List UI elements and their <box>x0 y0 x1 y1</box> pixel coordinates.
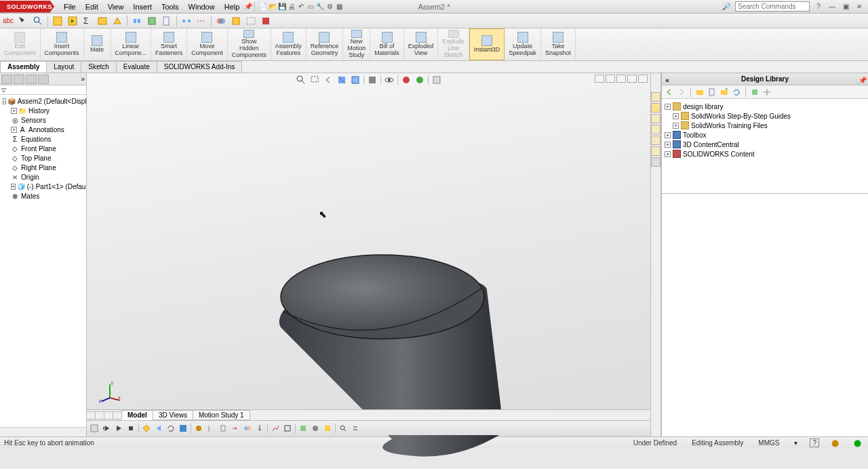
tab-nav-last-icon[interactable] <box>113 411 122 420</box>
screen-capture-icon[interactable]: ▦ <box>334 2 344 12</box>
status-units-arrow-icon[interactable]: ▾ <box>791 439 800 447</box>
hide-show-icon[interactable] <box>384 75 395 85</box>
dlib-search-icon[interactable] <box>762 87 772 97</box>
task-tab-appearances-icon[interactable] <box>651 136 660 145</box>
tab-addins[interactable]: SOLIDWORKS Add-Ins <box>157 61 242 73</box>
dlib-item-step-guides[interactable]: +SolidWorks Step-By-Step Guides <box>665 111 865 121</box>
tree-item-right-plane[interactable]: ◇Right Plane <box>0 163 86 172</box>
vp-link-icon[interactable] <box>606 75 615 83</box>
cmd-update-speedpak[interactable]: Update Speedpak <box>505 28 541 60</box>
envelope-icon[interactable] <box>245 16 256 26</box>
spellcheck-icon[interactable]: abc <box>3 16 14 26</box>
view-orientation-icon[interactable] <box>350 75 361 85</box>
feature-filter-bar[interactable]: ▽ <box>0 85 86 95</box>
menu-insert[interactable]: Insert <box>129 1 156 12</box>
motion-force-icon[interactable] <box>231 424 240 433</box>
scene-icon[interactable] <box>414 75 425 85</box>
expand-icon[interactable]: + <box>665 142 671 148</box>
tree-item-history[interactable]: +📁History <box>0 106 86 115</box>
status-rebuild-icon[interactable]: ⬤ <box>829 439 842 447</box>
cmd-edit-component[interactable]: Edit Component <box>0 28 41 60</box>
dlib-back-icon[interactable] <box>665 87 674 97</box>
view-tab-3dviews[interactable]: 3D Views <box>153 410 193 420</box>
view-settings-icon[interactable] <box>431 75 442 85</box>
pin-icon[interactable]: 📌 <box>243 2 253 12</box>
rebuild-icon[interactable]: 🔧 <box>315 2 325 12</box>
dlib-refresh-icon[interactable] <box>732 87 741 97</box>
motion-key-icon[interactable] <box>142 424 151 433</box>
design-library-tree[interactable]: +design library +SolidWorks Step-By-Step… <box>662 99 868 194</box>
cmd-move-component[interactable]: Move Component <box>187 28 228 60</box>
exploded-icon[interactable] <box>181 16 192 26</box>
cmd-explode-line-sketch[interactable]: Explode Line Sketch <box>438 28 469 60</box>
triangle-icon[interactable] <box>112 16 123 26</box>
tree-item-annotations[interactable]: +AAnnotations <box>0 125 86 134</box>
expand-icon[interactable]: + <box>665 132 671 138</box>
exploded-line-icon[interactable] <box>196 16 207 26</box>
tab-assembly[interactable]: Assembly <box>0 61 47 73</box>
cmd-linear-component[interactable]: Linear Compone... <box>111 28 152 60</box>
tree-item-top-plane[interactable]: ◇Top Plane <box>0 153 86 163</box>
print-icon[interactable]: 🖨 <box>287 2 296 12</box>
simulation-icon[interactable] <box>260 16 271 26</box>
tree-root-assembly[interactable]: - 📦 Assem2 (Default<Display State <box>0 96 86 106</box>
motion-calc-icon[interactable] <box>90 424 99 433</box>
fm-tab-config-icon[interactable] <box>26 75 37 84</box>
select-tool-icon[interactable] <box>18 16 28 26</box>
menu-edit[interactable]: Edit <box>81 1 102 12</box>
dlib-add-file-icon[interactable] <box>707 87 717 97</box>
cmd-smart-fasteners[interactable]: Smart Fasteners <box>151 28 187 60</box>
tab-layout[interactable]: Layout <box>46 61 81 73</box>
appearance-icon[interactable] <box>401 75 412 85</box>
feature-tree[interactable]: - 📦 Assem2 (Default<Display State +📁Hist… <box>0 95 86 427</box>
tree-item-front-plane[interactable]: ◇Front Plane <box>0 144 86 153</box>
task-tab-view-palette-icon[interactable] <box>651 125 660 134</box>
task-tab-design-library-icon[interactable] <box>651 103 660 113</box>
tree-item-equations[interactable]: ΣEquations <box>0 134 86 144</box>
fm-expand-icon[interactable]: » <box>81 75 85 83</box>
component-config-icon[interactable] <box>146 16 157 26</box>
tab-nav-first-icon[interactable] <box>86 411 96 420</box>
autohide-icon[interactable]: 📌 <box>859 75 867 87</box>
dlib-config-icon[interactable] <box>750 87 760 97</box>
cmd-exploded-view[interactable]: Exploded View <box>404 28 439 60</box>
motion-plot-icon[interactable] <box>283 424 292 433</box>
zoom-fit-icon[interactable] <box>33 16 43 26</box>
graphics-viewport[interactable]: y x z ⬉ Model 3D Views Motion Study 1 <box>87 73 650 436</box>
expand-icon[interactable]: + <box>673 113 679 119</box>
expand-icon[interactable]: + <box>665 104 671 110</box>
display-style-icon[interactable] <box>367 75 378 85</box>
cmd-mate[interactable]: Mate <box>84 28 111 60</box>
section-view-icon[interactable] <box>336 75 347 85</box>
equation-icon[interactable]: Σ <box>82 16 93 26</box>
cmd-new-motion-study[interactable]: New Motion Study <box>343 28 370 60</box>
view-tab-motion-study[interactable]: Motion Study 1 <box>193 410 250 420</box>
expand-icon[interactable]: + <box>11 127 17 133</box>
minimize-icon[interactable]: — <box>827 2 837 12</box>
close-icon[interactable]: ✕ <box>854 2 864 12</box>
motion-mass-icon[interactable] <box>311 424 320 433</box>
dlib-item-design-library[interactable]: +design library <box>665 102 865 111</box>
vp-minimize-icon[interactable] <box>616 75 626 83</box>
cmd-bom[interactable]: Bill of Materials <box>370 28 404 60</box>
fm-tab-property-icon[interactable] <box>14 75 24 84</box>
tab-sketch[interactable]: Sketch <box>81 61 117 73</box>
menu-tools[interactable]: Tools <box>157 1 183 12</box>
tab-evaluate[interactable]: Evaluate <box>116 61 157 73</box>
vp-close-icon[interactable] <box>638 75 648 83</box>
help-icon[interactable]: ? <box>814 2 823 12</box>
motion-damper-icon[interactable] <box>218 424 228 433</box>
expand-icon[interactable]: - <box>3 98 6 104</box>
fm-tab-dimxpert-icon[interactable] <box>38 75 49 84</box>
dlib-item-training-files[interactable]: +SolidWorks Training Files <box>665 121 865 130</box>
motion-reverse-icon[interactable] <box>154 424 163 433</box>
options-icon[interactable]: ⚙ <box>325 2 334 12</box>
motion-results-icon[interactable] <box>271 424 280 433</box>
menu-view[interactable]: View <box>104 1 128 12</box>
tree-item-part1[interactable]: +🧊(-) Part1<1> (Default<<Def <box>0 182 86 191</box>
new-doc-icon[interactable]: 📄 <box>258 2 268 12</box>
status-help-icon[interactable]: ? <box>810 439 819 447</box>
motion-spring-icon[interactable] <box>206 424 216 433</box>
motion-sim-icon[interactable] <box>323 424 332 433</box>
tree-item-sensors[interactable]: ◎Sensors <box>0 115 86 125</box>
